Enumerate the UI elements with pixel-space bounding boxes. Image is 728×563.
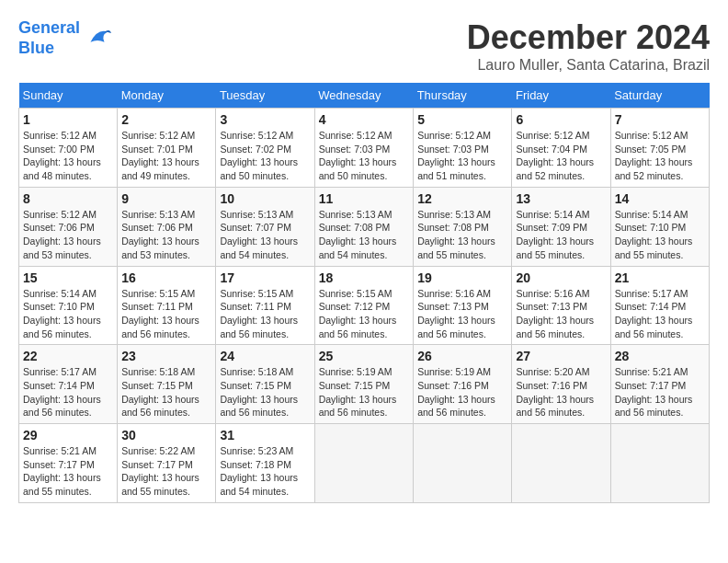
calendar-header-saturday: Saturday	[610, 83, 709, 109]
day-number: 23	[121, 349, 211, 363]
day-info: Sunrise: 5:15 AM Sunset: 7:11 PM Dayligh…	[121, 287, 211, 341]
day-info: Sunrise: 5:19 AM Sunset: 7:15 PM Dayligh…	[319, 365, 410, 419]
day-number: 4	[319, 112, 410, 127]
day-info: Sunrise: 5:13 AM Sunset: 7:06 PM Dayligh…	[121, 208, 211, 262]
day-number: 22	[23, 349, 113, 363]
day-number: 13	[516, 191, 606, 206]
day-number: 19	[417, 270, 507, 285]
month-title: December 2024	[467, 18, 710, 57]
calendar-day-20: 20 Sunrise: 5:16 AM Sunset: 7:13 PM Dayl…	[512, 266, 610, 345]
day-number: 17	[220, 270, 310, 285]
day-number: 16	[121, 270, 211, 285]
day-info: Sunrise: 5:18 AM Sunset: 7:15 PM Dayligh…	[220, 365, 310, 419]
day-number: 28	[615, 349, 705, 363]
day-info: Sunrise: 5:15 AM Sunset: 7:11 PM Dayligh…	[220, 287, 310, 341]
calendar-day-28: 28 Sunrise: 5:21 AM Sunset: 7:17 PM Dayl…	[610, 345, 709, 424]
calendar-week-5: 29 Sunrise: 5:21 AM Sunset: 7:17 PM Dayl…	[19, 424, 710, 503]
page-container: General Blue December 2024 Lauro Muller,…	[18, 18, 710, 503]
day-number: 14	[615, 191, 705, 206]
calendar-day-27: 27 Sunrise: 5:20 AM Sunset: 7:16 PM Dayl…	[512, 345, 610, 424]
logo-bird-icon	[84, 25, 111, 52]
calendar-day-14: 14 Sunrise: 5:14 AM Sunset: 7:10 PM Dayl…	[610, 187, 709, 266]
calendar-day-2: 2 Sunrise: 5:12 AM Sunset: 7:01 PM Dayli…	[118, 109, 216, 188]
calendar-day-19: 19 Sunrise: 5:16 AM Sunset: 7:13 PM Dayl…	[414, 266, 512, 345]
calendar-day-8: 8 Sunrise: 5:12 AM Sunset: 7:06 PM Dayli…	[19, 187, 118, 266]
day-info: Sunrise: 5:16 AM Sunset: 7:13 PM Dayligh…	[417, 287, 507, 341]
day-number: 6	[516, 112, 606, 127]
calendar-day-17: 17 Sunrise: 5:15 AM Sunset: 7:11 PM Dayl…	[216, 266, 314, 345]
day-info: Sunrise: 5:22 AM Sunset: 7:17 PM Dayligh…	[121, 444, 211, 499]
day-number: 30	[121, 428, 211, 442]
day-number: 1	[23, 112, 113, 127]
day-number: 29	[23, 428, 113, 442]
day-info: Sunrise: 5:14 AM Sunset: 7:10 PM Dayligh…	[23, 287, 113, 341]
location-subtitle: Lauro Muller, Santa Catarina, Brazil	[467, 57, 710, 74]
day-info: Sunrise: 5:17 AM Sunset: 7:14 PM Dayligh…	[615, 287, 705, 341]
day-info: Sunrise: 5:12 AM Sunset: 7:03 PM Dayligh…	[319, 129, 410, 183]
logo-text: General Blue	[18, 18, 80, 58]
day-info: Sunrise: 5:12 AM Sunset: 7:06 PM Dayligh…	[23, 208, 113, 262]
day-info: Sunrise: 5:12 AM Sunset: 7:04 PM Dayligh…	[516, 129, 606, 183]
day-info: Sunrise: 5:14 AM Sunset: 7:10 PM Dayligh…	[615, 208, 705, 262]
calendar-day-15: 15 Sunrise: 5:14 AM Sunset: 7:10 PM Dayl…	[19, 266, 118, 345]
calendar-day-25: 25 Sunrise: 5:19 AM Sunset: 7:15 PM Dayl…	[314, 345, 414, 424]
day-info: Sunrise: 5:13 AM Sunset: 7:07 PM Dayligh…	[220, 208, 310, 262]
day-number: 8	[23, 191, 113, 206]
day-number: 25	[319, 349, 410, 363]
day-info: Sunrise: 5:14 AM Sunset: 7:09 PM Dayligh…	[516, 208, 606, 262]
calendar-day-7: 7 Sunrise: 5:12 AM Sunset: 7:05 PM Dayli…	[610, 109, 709, 188]
calendar-day-21: 21 Sunrise: 5:17 AM Sunset: 7:14 PM Dayl…	[610, 266, 709, 345]
calendar-day-18: 18 Sunrise: 5:15 AM Sunset: 7:12 PM Dayl…	[314, 266, 414, 345]
calendar-day-23: 23 Sunrise: 5:18 AM Sunset: 7:15 PM Dayl…	[118, 345, 216, 424]
calendar-header-wednesday: Wednesday	[314, 83, 414, 109]
day-number: 26	[417, 349, 507, 363]
calendar-empty-cell	[314, 424, 414, 503]
day-info: Sunrise: 5:12 AM Sunset: 7:00 PM Dayligh…	[23, 129, 113, 183]
calendar-week-4: 22 Sunrise: 5:17 AM Sunset: 7:14 PM Dayl…	[19, 345, 710, 424]
day-info: Sunrise: 5:12 AM Sunset: 7:01 PM Dayligh…	[121, 129, 211, 183]
calendar-day-31: 31 Sunrise: 5:23 AM Sunset: 7:18 PM Dayl…	[216, 424, 314, 503]
calendar-header-tuesday: Tuesday	[216, 83, 314, 109]
day-number: 20	[516, 270, 606, 285]
calendar-week-2: 8 Sunrise: 5:12 AM Sunset: 7:06 PM Dayli…	[19, 187, 710, 266]
day-info: Sunrise: 5:20 AM Sunset: 7:16 PM Dayligh…	[516, 365, 606, 419]
calendar-header-friday: Friday	[512, 83, 610, 109]
calendar-week-3: 15 Sunrise: 5:14 AM Sunset: 7:10 PM Dayl…	[19, 266, 710, 345]
day-number: 12	[417, 191, 507, 206]
calendar-day-4: 4 Sunrise: 5:12 AM Sunset: 7:03 PM Dayli…	[314, 109, 414, 188]
day-number: 11	[319, 191, 410, 206]
calendar-day-30: 30 Sunrise: 5:22 AM Sunset: 7:17 PM Dayl…	[118, 424, 216, 503]
day-info: Sunrise: 5:19 AM Sunset: 7:16 PM Dayligh…	[417, 365, 507, 419]
day-number: 31	[220, 428, 310, 442]
day-number: 9	[121, 191, 211, 206]
day-info: Sunrise: 5:21 AM Sunset: 7:17 PM Dayligh…	[23, 444, 113, 499]
day-number: 21	[615, 270, 705, 285]
calendar-day-10: 10 Sunrise: 5:13 AM Sunset: 7:07 PM Dayl…	[216, 187, 314, 266]
day-info: Sunrise: 5:12 AM Sunset: 7:05 PM Dayligh…	[615, 129, 705, 183]
logo: General Blue	[18, 18, 111, 58]
day-number: 15	[23, 270, 113, 285]
calendar-day-6: 6 Sunrise: 5:12 AM Sunset: 7:04 PM Dayli…	[512, 109, 610, 188]
calendar-day-12: 12 Sunrise: 5:13 AM Sunset: 7:08 PM Dayl…	[414, 187, 512, 266]
logo-line2: Blue	[18, 39, 54, 57]
calendar-header-monday: Monday	[118, 83, 216, 109]
day-info: Sunrise: 5:12 AM Sunset: 7:02 PM Dayligh…	[220, 129, 310, 183]
day-info: Sunrise: 5:17 AM Sunset: 7:14 PM Dayligh…	[23, 365, 113, 419]
calendar-day-16: 16 Sunrise: 5:15 AM Sunset: 7:11 PM Dayl…	[118, 266, 216, 345]
logo-line1: General	[18, 18, 80, 37]
day-number: 10	[220, 191, 310, 206]
calendar-day-3: 3 Sunrise: 5:12 AM Sunset: 7:02 PM Dayli…	[216, 109, 314, 188]
day-number: 18	[319, 270, 410, 285]
day-number: 27	[516, 349, 606, 363]
day-number: 5	[417, 112, 507, 127]
day-info: Sunrise: 5:23 AM Sunset: 7:18 PM Dayligh…	[220, 444, 310, 499]
day-info: Sunrise: 5:15 AM Sunset: 7:12 PM Dayligh…	[319, 287, 410, 341]
calendar-day-13: 13 Sunrise: 5:14 AM Sunset: 7:09 PM Dayl…	[512, 187, 610, 266]
calendar-day-9: 9 Sunrise: 5:13 AM Sunset: 7:06 PM Dayli…	[118, 187, 216, 266]
day-number: 7	[615, 112, 705, 127]
calendar-empty-cell	[610, 424, 709, 503]
calendar-day-1: 1 Sunrise: 5:12 AM Sunset: 7:00 PM Dayli…	[19, 109, 118, 188]
calendar-table: SundayMondayTuesdayWednesdayThursdayFrid…	[18, 83, 710, 503]
calendar-empty-cell	[512, 424, 610, 503]
calendar-header-sunday: Sunday	[19, 83, 118, 109]
